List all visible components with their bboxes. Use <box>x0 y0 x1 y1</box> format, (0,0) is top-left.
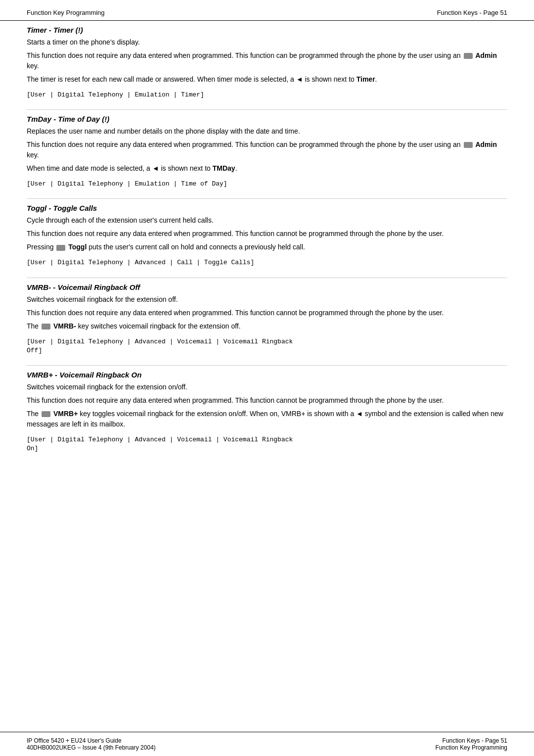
phone-icon-vmrb+ <box>42 411 50 417</box>
footer-right-line1: Function Keys - Page 51 <box>436 737 507 744</box>
section-para-tmday-2: When time and date mode is selected, a ◄… <box>27 163 507 174</box>
code-block-timer: [User | Digital Telephony | Emulation | … <box>27 88 507 102</box>
code-block-toggl: [User | Digital Telephony | Advanced | C… <box>27 255 507 270</box>
section-para-tmday-1: This function does not require any data … <box>27 140 507 160</box>
section-para-timer-1: This function does not require any data … <box>27 50 507 71</box>
phone-icon <box>56 245 65 251</box>
section-vmrb+: VMRB+ - Voicemail Ringback OnSwitches vo… <box>27 371 507 463</box>
footer-left-line1: IP Office 5420 + EU24 User's Guide <box>27 737 156 744</box>
phone-icon-vmrb- <box>42 324 50 330</box>
footer-right-line2: Function Key Programming <box>436 744 507 751</box>
section-para-toggl-2: Pressing Toggl puts the user's current c… <box>27 242 507 252</box>
footer-left: IP Office 5420 + EU24 User's Guide 40DHB… <box>27 737 156 751</box>
section-title-timer: Timer - Timer (!) <box>27 26 507 34</box>
footer-left-line2: 40DHB0002UKEG – Issue 4 (9th February 20… <box>27 744 156 751</box>
section-para-vmrb+-2: The VMRB+ key toggles voicemail ringback… <box>27 409 507 429</box>
section-para-vmrb--1: This function does not require any data … <box>27 308 507 318</box>
section-title-vmrb+: VMRB+ - Voicemail Ringback On <box>27 371 507 379</box>
section-para-vmrb--0: Switches voicemail ringback for the exte… <box>27 294 507 305</box>
header-right: Function Keys - Page 51 <box>437 9 507 16</box>
section-title-toggl: Toggl - Toggle Calls <box>27 204 507 212</box>
code-block-vmrb+: [User | Digital Telephony | Advanced | V… <box>27 432 507 456</box>
section-timer: Timer - Timer (!)Starts a timer on the p… <box>27 26 507 110</box>
section-toggl: Toggl - Toggle CallsCycle through each o… <box>27 204 507 278</box>
section-para-toggl-0: Cycle through each of the extension user… <box>27 215 507 226</box>
section-title-vmrb-: VMRB- - Voicemail Ringback Off <box>27 283 507 291</box>
section-para-tmday-0: Replaces the user name and number detail… <box>27 126 507 137</box>
header-left: Function Key Programming <box>27 9 105 16</box>
section-para-toggl-1: This function does not require any data … <box>27 229 507 239</box>
section-para-vmrb+-0: Switches voicemail ringback for the exte… <box>27 382 507 392</box>
section-tmday: TmDay - Time of Day (!)Replaces the user… <box>27 115 507 199</box>
admin-icon <box>464 53 473 59</box>
page-footer: IP Office 5420 + EU24 User's Guide 40DHB… <box>0 732 534 756</box>
page-container: Function Key Programming Function Keys -… <box>0 0 534 756</box>
section-para-vmrb+-1: This function does not require any data … <box>27 395 507 406</box>
section-para-timer-0: Starts a timer on the phone's display. <box>27 37 507 47</box>
code-block-tmday: [User | Digital Telephony | Emulation | … <box>27 177 507 191</box>
section-para-timer-2: The timer is reset for each new call mad… <box>27 74 507 85</box>
admin-icon <box>464 142 473 148</box>
code-block-vmrb-: [User | Digital Telephony | Advanced | V… <box>27 334 507 358</box>
main-content: Timer - Timer (!)Starts a timer on the p… <box>0 21 534 732</box>
page-header: Function Key Programming Function Keys -… <box>0 0 534 21</box>
section-para-vmrb--2: The VMRB- key switches voicemail ringbac… <box>27 321 507 331</box>
footer-right: Function Keys - Page 51 Function Key Pro… <box>436 737 507 751</box>
section-title-tmday: TmDay - Time of Day (!) <box>27 115 507 123</box>
section-vmrb-: VMRB- - Voicemail Ringback OffSwitches v… <box>27 283 507 366</box>
